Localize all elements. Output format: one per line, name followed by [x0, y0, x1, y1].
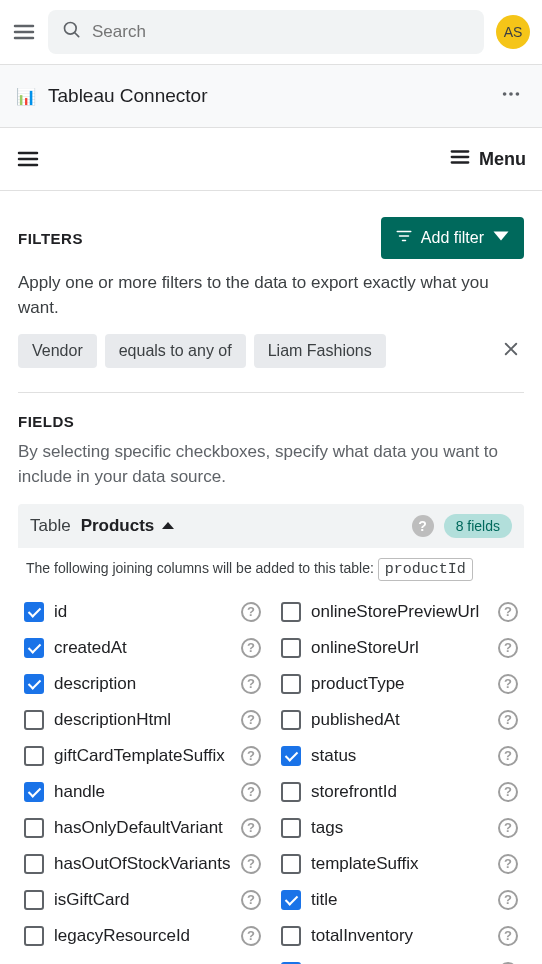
field-checkbox-productType[interactable]: [281, 674, 301, 694]
joining-column-code: productId: [378, 558, 473, 581]
filter-remove-icon[interactable]: [498, 336, 524, 366]
field-label: hasOnlyDefaultVariant: [54, 818, 231, 838]
table-help-icon[interactable]: ?: [412, 515, 434, 537]
menu-toggle[interactable]: Menu: [449, 146, 526, 172]
app-title: Tableau Connector: [48, 85, 484, 107]
field-help-icon[interactable]: ?: [241, 926, 261, 946]
caret-up-icon: [162, 522, 174, 529]
field-help-icon[interactable]: ?: [498, 746, 518, 766]
app-icon: 📊: [16, 86, 36, 106]
field-row-hasOutOfStockVariants: hasOutOfStockVariants?: [24, 846, 261, 882]
field-label: onlineStoreUrl: [311, 638, 488, 658]
field-help-icon[interactable]: ?: [241, 890, 261, 910]
field-row-publishedAt: publishedAt?: [281, 702, 518, 738]
field-row-isGiftCard: isGiftCard?: [24, 882, 261, 918]
field-label: giftCardTemplateSuffix: [54, 746, 231, 766]
field-label: storefrontId: [311, 782, 488, 802]
filters-description: Apply one or more filters to the data to…: [18, 271, 524, 320]
search-icon: [62, 20, 82, 44]
field-checkbox-title[interactable]: [281, 890, 301, 910]
field-row-storefrontId: storefrontId?: [281, 774, 518, 810]
more-horizontal-icon[interactable]: [496, 79, 526, 113]
field-row-hasOnlyDefaultVariant: hasOnlyDefaultVariant?: [24, 810, 261, 846]
top-header: AS: [0, 0, 542, 64]
field-checkbox-giftCardTemplateSuffix[interactable]: [24, 746, 44, 766]
filter-chip-operator[interactable]: equals to any of: [105, 334, 246, 368]
nav-hamburger-icon[interactable]: [16, 147, 40, 171]
field-help-icon[interactable]: ?: [498, 854, 518, 874]
field-checkbox-storefrontId[interactable]: [281, 782, 301, 802]
field-help-icon[interactable]: ?: [498, 602, 518, 622]
field-help-icon[interactable]: ?: [498, 710, 518, 730]
field-row-id: id?: [24, 594, 261, 630]
field-label: onlineStorePreviewUrl: [311, 602, 488, 622]
field-label: descriptionHtml: [54, 710, 231, 730]
field-help-icon[interactable]: ?: [498, 926, 518, 946]
field-checkbox-description[interactable]: [24, 674, 44, 694]
field-help-icon[interactable]: ?: [241, 746, 261, 766]
field-checkbox-createdAt[interactable]: [24, 638, 44, 658]
field-checkbox-templateSuffix[interactable]: [281, 854, 301, 874]
field-checkbox-publishedAt[interactable]: [281, 710, 301, 730]
field-checkbox-descriptionHtml[interactable]: [24, 710, 44, 730]
hamburger-icon[interactable]: [12, 20, 36, 44]
field-column-left: id?createdAt?description?descriptionHtml…: [24, 594, 261, 964]
field-checkbox-hasOutOfStockVariants[interactable]: [24, 854, 44, 874]
search-box[interactable]: [48, 10, 484, 54]
field-label: productType: [311, 674, 488, 694]
field-help-icon[interactable]: ?: [241, 674, 261, 694]
field-row-title: title?: [281, 882, 518, 918]
field-row-onlineStorePreviewUrl: onlineStorePreviewUrl?: [281, 594, 518, 630]
field-label: totalInventory: [311, 926, 488, 946]
field-help-icon[interactable]: ?: [498, 782, 518, 802]
field-checkbox-legacyResourceId[interactable]: [24, 926, 44, 946]
field-checkbox-id[interactable]: [24, 602, 44, 622]
field-help-icon[interactable]: ?: [498, 818, 518, 838]
filters-header: FILTERS Add filter: [18, 217, 524, 259]
field-help-icon[interactable]: ?: [241, 854, 261, 874]
field-help-icon[interactable]: ?: [498, 674, 518, 694]
table-name: Products: [81, 516, 155, 536]
field-row-giftCardTemplateSuffix: giftCardTemplateSuffix?: [24, 738, 261, 774]
field-checkbox-status[interactable]: [281, 746, 301, 766]
app-bar: 📊 Tableau Connector: [0, 64, 542, 128]
caret-down-icon: [492, 227, 510, 249]
field-column-right: onlineStorePreviewUrl?onlineStoreUrl?pro…: [281, 594, 518, 964]
field-checkbox-hasOnlyDefaultVariant[interactable]: [24, 818, 44, 838]
field-checkbox-isGiftCard[interactable]: [24, 890, 44, 910]
field-label: templateSuffix: [311, 854, 488, 874]
field-checkbox-handle[interactable]: [24, 782, 44, 802]
field-checkbox-onlineStoreUrl[interactable]: [281, 638, 301, 658]
table-label: Table: [30, 516, 71, 536]
svg-point-3: [516, 92, 520, 96]
field-row-totalVariants: totalVariants?: [281, 954, 518, 964]
field-checkbox-totalInventory[interactable]: [281, 926, 301, 946]
field-checkbox-tags[interactable]: [281, 818, 301, 838]
field-help-icon[interactable]: ?: [241, 818, 261, 838]
field-help-icon[interactable]: ?: [498, 638, 518, 658]
avatar[interactable]: AS: [496, 15, 530, 49]
field-row-productType: productType?: [281, 666, 518, 702]
field-row-tags: tags?: [281, 810, 518, 846]
field-checkbox-onlineStorePreviewUrl[interactable]: [281, 602, 301, 622]
field-label: handle: [54, 782, 231, 802]
field-label: legacyResourceId: [54, 926, 231, 946]
field-row-handle: handle?: [24, 774, 261, 810]
filter-chip-field[interactable]: Vendor: [18, 334, 97, 368]
filter-chip-value[interactable]: Liam Fashions: [254, 334, 386, 368]
search-input[interactable]: [92, 22, 470, 42]
field-help-icon[interactable]: ?: [241, 710, 261, 730]
field-help-icon[interactable]: ?: [241, 638, 261, 658]
section-divider: [18, 392, 524, 393]
field-help-icon[interactable]: ?: [241, 782, 261, 802]
svg-point-2: [509, 92, 513, 96]
field-row-onlineStoreUrl: onlineStoreUrl?: [281, 630, 518, 666]
field-help-icon[interactable]: ?: [498, 890, 518, 910]
add-filter-button[interactable]: Add filter: [381, 217, 524, 259]
field-label: id: [54, 602, 231, 622]
field-row-legacyResourceId: legacyResourceId?: [24, 918, 261, 954]
field-row-description: description?: [24, 666, 261, 702]
content-area: FILTERS Add filter Apply one or more fil…: [0, 190, 542, 964]
field-help-icon[interactable]: ?: [241, 602, 261, 622]
table-header[interactable]: Table Products ? 8 fields: [18, 504, 524, 548]
